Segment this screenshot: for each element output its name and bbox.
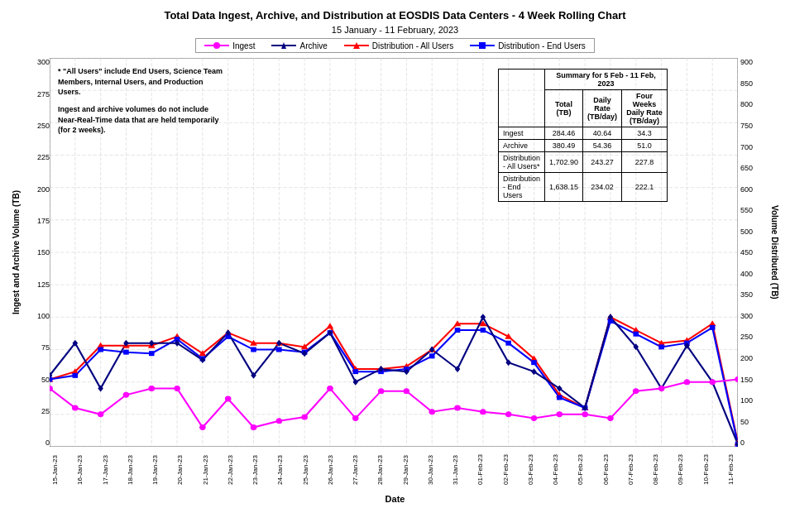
svg-point-114	[251, 425, 256, 430]
col-four-weeks-header: Four Weeks Daily Rate (TB/day)	[622, 90, 668, 127]
x-date-label: 22-Jan-23	[227, 447, 234, 492]
svg-point-123	[481, 410, 486, 415]
x-date-label: 19-Jan-23	[151, 447, 159, 492]
svg-point-126	[557, 412, 563, 417]
svg-rect-93	[429, 354, 435, 359]
x-date-label: 30-Jan-23	[427, 447, 434, 492]
legend-item-dist-all: Distribution - All Users	[344, 41, 453, 50]
summary-row-total: 284.46	[544, 127, 582, 140]
info-text2: Ingest and archive volumes do not includ…	[58, 104, 223, 136]
svg-point-129	[633, 389, 639, 394]
svg-rect-90	[352, 369, 358, 374]
summary-period-header: Summary for 5 Feb - 11 Feb, 2023	[544, 69, 667, 90]
svg-rect-98	[557, 395, 563, 400]
svg-rect-82	[149, 351, 155, 356]
summary-row-label: Ingest	[498, 127, 544, 140]
x-date-label: 10-Feb-23	[702, 447, 710, 492]
summary-row: Archive 380.49 54.36 51.0	[498, 140, 667, 152]
x-date-label: 26-Jan-23	[327, 447, 334, 492]
svg-point-1	[213, 42, 220, 49]
chart-subtitle: 15 January - 11 February, 2023	[8, 25, 782, 35]
info-text1: * "All Users" include End Users, Science…	[58, 66, 223, 98]
legend-label-dist-all: Distribution - All Users	[372, 41, 453, 50]
x-date-label: 25-Jan-23	[302, 447, 309, 492]
y-ticks-left: 0 25 50 75 100 125 150 175 200 225 250 2…	[23, 58, 50, 447]
summary-row-daily: 54.36	[583, 140, 622, 152]
svg-point-128	[608, 416, 614, 421]
legend-item-ingest: Ingest	[204, 41, 255, 50]
svg-rect-104	[710, 325, 716, 330]
svg-point-119	[378, 389, 384, 394]
svg-rect-95	[481, 328, 486, 333]
y-ticks-right: 0 50 100 150 200 250 300 350 400 450 500…	[738, 58, 767, 447]
x-date-label: 28-Jan-23	[376, 447, 384, 492]
svg-point-124	[505, 412, 511, 417]
svg-rect-97	[531, 360, 537, 365]
x-date-label: 03-Feb-23	[527, 447, 534, 492]
chart-plot-area: * "All Users" include End Users, Science…	[50, 58, 738, 447]
svg-point-127	[582, 412, 588, 417]
svg-point-112	[200, 425, 206, 430]
svg-point-130	[658, 386, 664, 391]
x-date-label: 16-Jan-23	[76, 447, 84, 492]
x-axis-right-spacer	[736, 447, 782, 492]
summary-row-label: Distribution - End Users	[498, 173, 544, 202]
x-date-label: 27-Jan-23	[352, 447, 359, 492]
svg-point-120	[404, 389, 409, 394]
svg-rect-101	[633, 332, 639, 337]
summary-row-label: Distribution - All Users*	[498, 152, 544, 173]
chart-title: Total Data Ingest, Archive, and Distribu…	[8, 8, 782, 23]
svg-point-117	[328, 386, 333, 391]
summary-header	[498, 69, 544, 127]
info-box: * "All Users" include End Users, Science…	[58, 66, 223, 136]
summary-row-total: 1,702.90	[544, 152, 582, 173]
svg-point-132	[710, 380, 716, 385]
x-date-label: 31-Jan-23	[452, 447, 459, 492]
four-weeks-label: Four Weeks	[626, 92, 663, 108]
svg-point-107	[73, 405, 79, 410]
svg-point-116	[302, 415, 308, 419]
x-date-label: 20-Jan-23	[176, 447, 184, 492]
x-date-label: 05-Feb-23	[577, 447, 584, 492]
legend-label-dist-end: Distribution - End Users	[498, 41, 586, 50]
legend-item-dist-end: Distribution - End Users	[470, 41, 586, 50]
svg-point-125	[531, 416, 537, 421]
svg-point-115	[276, 419, 282, 424]
summary-table: Summary for 5 Feb - 11 Feb, 2023 Total (…	[498, 69, 668, 202]
y-axis-left-label: Ingest and Archive Volume (TB)	[8, 58, 23, 447]
summary-row-four: 34.3	[622, 127, 668, 140]
legend-item-archive: Archive	[271, 41, 327, 50]
svg-rect-79	[73, 373, 79, 378]
summary-row-daily: 243.27	[583, 152, 622, 173]
x-labels-container: 15-Jan-2316-Jan-2317-Jan-2318-Jan-2319-J…	[50, 447, 736, 492]
x-date-label: 18-Jan-23	[127, 447, 134, 492]
legend-label-archive: Archive	[299, 41, 327, 50]
col-daily-week: Daily Rate (TB/day)	[583, 90, 622, 127]
svg-point-109	[123, 393, 129, 398]
svg-rect-81	[123, 350, 129, 355]
x-date-label: 01-Feb-23	[476, 447, 484, 492]
svg-point-111	[175, 386, 180, 391]
summary-row-total: 1,638.15	[544, 173, 582, 202]
chart-area: Ingest and Archive Volume (TB) 0 25 50 7…	[8, 58, 782, 447]
svg-rect-86	[251, 347, 256, 352]
svg-point-113	[225, 396, 231, 401]
svg-rect-7	[479, 42, 486, 49]
summary-row-total: 380.49	[544, 140, 582, 152]
x-date-label: 17-Jan-23	[102, 447, 109, 492]
summary-row-label: Archive	[498, 140, 544, 152]
x-date-label: 06-Feb-23	[602, 447, 610, 492]
legend: Ingest Archive Distribution - All Users …	[195, 38, 595, 53]
svg-point-121	[429, 410, 435, 415]
summary-row: Distribution - All Users* 1,702.90 243.2…	[498, 152, 667, 173]
svg-point-106	[50, 386, 52, 391]
x-axis-title: Date	[8, 494, 782, 504]
x-date-label: 09-Feb-23	[677, 447, 684, 492]
summary-row-four: 51.0	[622, 140, 668, 152]
chart-container: Total Data Ingest, Archive, and Distribu…	[0, 0, 790, 532]
legend-label-ingest: Ingest	[232, 41, 255, 50]
x-date-label: 29-Jan-23	[402, 447, 409, 492]
col-total: Total (TB)	[544, 90, 582, 127]
svg-point-108	[98, 412, 103, 417]
summary-row-four: 222.1	[622, 173, 668, 202]
